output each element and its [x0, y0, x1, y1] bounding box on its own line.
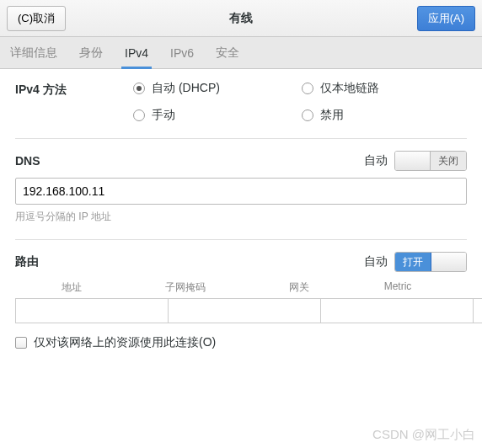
route-address-input[interactable] [15, 298, 169, 323]
switch-knob [431, 253, 466, 271]
radio-icon [133, 109, 145, 121]
ipv4-method-section: IPv4 方法 自动 (DHCP) 仅本地链路 手动 禁用 [15, 69, 467, 138]
only-local-label: 仅对该网络上的资源使用此连接(O) [34, 335, 216, 350]
route-netmask-input[interactable] [169, 298, 321, 323]
tab-security[interactable]: 安全 [214, 37, 241, 69]
radio-icon [302, 109, 313, 121]
tab-ipv4[interactable]: IPv4 [123, 38, 150, 68]
tabs: 详细信息 身份 IPv4 IPv6 安全 [0, 37, 482, 69]
radio-link-local[interactable]: 仅本地链路 [302, 81, 453, 96]
radio-label: 仅本地链路 [320, 81, 379, 96]
apply-button[interactable]: 应用(A) [417, 6, 475, 31]
route-row [15, 298, 467, 323]
cancel-button[interactable]: (C)取消 [7, 6, 66, 31]
route-metric-input[interactable] [474, 298, 482, 323]
switch-text: 打开 [395, 253, 431, 271]
tab-details[interactable]: 详细信息 [8, 37, 59, 69]
switch-knob [395, 152, 431, 170]
col-gateway: 网关 [242, 280, 356, 295]
ipv4-method-label: IPv4 方法 [15, 81, 133, 98]
radio-label: 手动 [152, 108, 175, 123]
watermark: CSDN @网工小白 [372, 427, 475, 443]
routes-section: 路由 自动 打开 地址 子网掩码 网关 Metric [15, 239, 467, 365]
dns-auto-label: 自动 [364, 153, 388, 168]
dns-input[interactable] [15, 178, 467, 205]
content: IPv4 方法 自动 (DHCP) 仅本地链路 手动 禁用 DNS 自动 关闭 … [0, 69, 482, 365]
titlebar: (C)取消 有线 应用(A) [0, 0, 482, 37]
switch-text: 关闭 [431, 152, 466, 170]
radio-auto-dhcp[interactable]: 自动 (DHCP) [133, 81, 302, 96]
routes-auto-label: 自动 [364, 254, 388, 269]
radio-disabled[interactable]: 禁用 [302, 108, 453, 123]
tab-ipv6[interactable]: IPv6 [169, 38, 195, 68]
checkbox-icon [15, 337, 27, 349]
radio-icon [302, 83, 313, 94]
only-local-checkbox[interactable]: 仅对该网络上的资源使用此连接(O) [15, 335, 467, 350]
dns-section: DNS 自动 关闭 用逗号分隔的 IP 地址 [15, 138, 467, 239]
radio-label: 自动 (DHCP) [152, 81, 220, 96]
routes-label: 路由 [15, 254, 39, 269]
route-gateway-input[interactable] [321, 298, 474, 323]
col-address: 地址 [15, 280, 129, 295]
window-title: 有线 [229, 11, 253, 26]
dns-hint: 用逗号分隔的 IP 地址 [15, 210, 467, 224]
dns-label: DNS [15, 154, 40, 168]
dns-auto-switch[interactable]: 关闭 [394, 151, 467, 171]
col-metric: Metric [356, 280, 440, 295]
tab-identity[interactable]: 身份 [78, 37, 104, 69]
routes-auto-switch[interactable]: 打开 [394, 252, 467, 272]
radio-manual[interactable]: 手动 [133, 108, 302, 123]
ipv4-method-options: 自动 (DHCP) 仅本地链路 手动 禁用 [133, 81, 453, 123]
radio-icon [133, 83, 145, 94]
radio-label: 禁用 [320, 108, 344, 123]
routes-header: 地址 子网掩码 网关 Metric [15, 279, 467, 298]
col-netmask: 子网掩码 [129, 280, 243, 295]
